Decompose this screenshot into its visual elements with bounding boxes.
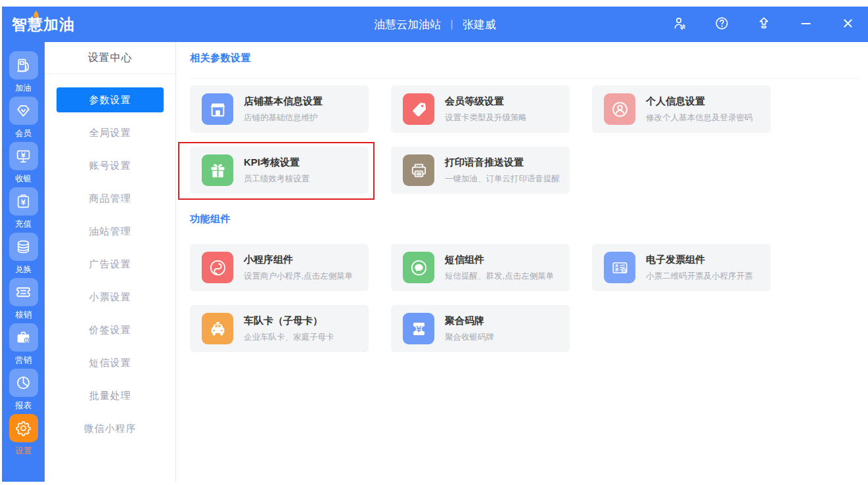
menu-item-product-management[interactable]: 商品管理 xyxy=(45,182,175,215)
sidebar-item-exchange[interactable]: 兑换 xyxy=(2,230,45,275)
app-logo-text: 智慧加油 xyxy=(12,16,75,33)
card-title: 车队卡（子母卡） xyxy=(244,315,334,327)
card-shop-info[interactable]: 店铺基本信息设置 店铺的基础信息维护 xyxy=(190,85,369,133)
menu-item-price-tag-settings[interactable]: 价签设置 xyxy=(45,313,175,346)
card-kpi-assessment[interactable]: KPI考核设置 员工绩效考核设置 xyxy=(190,147,369,194)
help-icon xyxy=(714,16,729,34)
card-text: 店铺基本信息设置 店铺的基础信息维护 xyxy=(244,95,323,124)
close-button[interactable] xyxy=(839,16,856,33)
card-e-invoice[interactable]: 发票验 电子发票组件 小票二维码开票及小程序开票 xyxy=(592,244,771,291)
cashier-monitor-icon xyxy=(9,142,38,170)
card-sms-component[interactable]: 短信组件 短信提醒、群发,点击左侧菜单 xyxy=(391,244,570,291)
section-title: 相关参数设置 xyxy=(190,52,859,64)
screen: 智慧加油 油慧云加油站 | 张建威 加油 会员 xyxy=(0,0,868,485)
submenu-item-label: 价签设置 xyxy=(89,324,131,336)
card-grid: 小程序组件 设置商户小程序,点击左侧菜单 短信组件 短信提醒、群发,点击左侧菜单… xyxy=(190,244,859,352)
main-content: 相关参数设置 店铺基本信息设置 店铺的基础信息维护 会员等级设置 xyxy=(177,42,868,482)
menu-item-global-settings[interactable]: 全局设置 xyxy=(45,116,175,149)
submenu-item-label: 小票设置 xyxy=(89,291,131,304)
miniprogram-icon xyxy=(202,252,233,283)
sms-bubble-icon xyxy=(403,252,434,283)
upgrade-button[interactable] xyxy=(755,16,772,33)
minimize-button[interactable] xyxy=(797,16,814,33)
card-fleet-card[interactable]: 车队卡（子母卡） 企业车队卡、家庭子母卡 xyxy=(190,305,369,352)
primary-sidebar: 加油 会员 收银 充值 兑换 核销 营销 xyxy=(2,42,45,482)
titlebar: 智慧加油 油慧云加油站 | 张建威 xyxy=(2,7,868,42)
sidebar-item-settings[interactable]: 设置 xyxy=(2,411,45,457)
card-miniprogram[interactable]: 小程序组件 设置商户小程序,点击左侧菜单 xyxy=(190,244,369,291)
card-subtitle: 聚合收银码牌 xyxy=(445,332,494,343)
card-subtitle: 修改个人基本信息及登录密码 xyxy=(646,112,753,124)
submenu-item-label: 油站管理 xyxy=(89,225,131,238)
verify-ticket-icon xyxy=(9,278,38,306)
sidebar-item-label: 收银 xyxy=(15,173,32,185)
card-personal-info[interactable]: 个人信息设置 修改个人基本信息及登录密码 xyxy=(592,85,771,133)
report-chart-icon xyxy=(9,369,38,397)
shop-icon xyxy=(202,93,233,125)
menu-item-receipt-settings[interactable]: 小票设置 xyxy=(45,281,175,313)
card-text: 打印语音推送设置 一键加油、订单云打印语音提醒 xyxy=(445,156,560,185)
sidebar-item-report[interactable]: 报表 xyxy=(2,366,45,411)
sidebar-item-fuel[interactable]: 加油 xyxy=(2,49,45,94)
invoice-icon: 发票验 xyxy=(604,252,635,283)
card-text: 会员等级设置 设置卡类型及升级策略 xyxy=(445,95,527,124)
card-title: 店铺基本信息设置 xyxy=(244,95,323,108)
sidebar-item-label: 兑换 xyxy=(15,264,32,275)
card-print-voice[interactable]: 打印语音推送设置 一键加油、订单云打印语音提醒 xyxy=(391,147,570,194)
sidebar-item-label: 充值 xyxy=(15,219,32,230)
submenu-item-label: 全局设置 xyxy=(89,127,131,139)
submenu-item-label: 广告设置 xyxy=(89,258,131,271)
user-name: 张建威 xyxy=(463,17,496,32)
card-title: KPI考核设置 xyxy=(244,156,309,169)
sidebar-item-label: 会员 xyxy=(15,128,32,139)
sidebar-item-cashier[interactable]: 收银 xyxy=(2,139,45,185)
card-title: 个人信息设置 xyxy=(646,95,753,108)
sidebar-item-label: 加油 xyxy=(15,83,32,94)
menu-item-sms-settings[interactable]: 短信设置 xyxy=(45,346,175,379)
card-subtitle: 企业车队卡、家庭子母卡 xyxy=(244,332,334,343)
minimize-icon xyxy=(798,16,813,34)
card-title: 聚合码牌 xyxy=(445,315,494,327)
menu-item-wechat-miniprogram[interactable]: 微信小程序 xyxy=(45,412,175,445)
settings-menu: 设置中心 参数设置 全局设置 账号设置 商品管理 油站管理 广告设置 xyxy=(45,42,176,482)
card-text: 车队卡（子母卡） 企业车队卡、家庭子母卡 xyxy=(244,315,334,343)
menu-item-ad-settings[interactable]: 广告设置 xyxy=(45,248,175,281)
sidebar-item-recharge[interactable]: 充值 xyxy=(2,185,45,230)
menu-item-param-settings[interactable]: 参数设置 xyxy=(57,87,164,112)
card-text: 电子发票组件 小票二维码开票及小程序开票 xyxy=(646,254,753,282)
close-icon xyxy=(840,16,856,34)
card-title: 会员等级设置 xyxy=(445,95,527,108)
card-title: 电子发票组件 xyxy=(646,254,753,266)
submenu-item-label: 参数设置 xyxy=(89,94,131,106)
sidebar-item-label: 报表 xyxy=(15,400,32,411)
help-button[interactable] xyxy=(713,16,730,33)
card-title: 短信组件 xyxy=(445,254,554,266)
station-name: 油慧云加油站 xyxy=(374,17,441,32)
sidebar-item-member[interactable]: 会员 xyxy=(2,94,45,139)
card-text: KPI考核设置 员工绩效考核设置 xyxy=(244,156,309,185)
app-logo: 智慧加油 xyxy=(12,14,75,35)
tag-icon xyxy=(403,93,434,125)
menu-item-account-settings[interactable]: 账号设置 xyxy=(45,149,175,182)
marketing-briefcase-icon xyxy=(9,323,38,352)
card-subtitle: 设置商户小程序,点击左侧菜单 xyxy=(244,271,353,282)
menu-item-batch-processing[interactable]: 批量处理 xyxy=(45,379,175,412)
card-text: 小程序组件 设置商户小程序,点击左侧菜单 xyxy=(244,254,353,282)
submenu-list: 参数设置 全局设置 账号设置 商品管理 油站管理 广告设置 小票设置 价签设置 xyxy=(45,74,175,445)
person-circle-icon xyxy=(604,93,635,125)
gift-icon xyxy=(202,154,233,186)
exchange-coins-icon xyxy=(9,233,38,261)
card-member-level[interactable]: 会员等级设置 设置卡类型及升级策略 xyxy=(391,85,570,133)
sidebar-item-marketing[interactable]: 营销 xyxy=(2,321,45,366)
switch-account-button[interactable] xyxy=(671,16,688,33)
submenu-title: 设置中心 xyxy=(45,42,175,74)
card-subtitle: 员工绩效考核设置 xyxy=(244,173,309,185)
oil-drop-icon xyxy=(32,10,40,20)
card-code-plate[interactable]: 聚合码牌 聚合收银码牌 xyxy=(391,305,570,352)
card-title: 小程序组件 xyxy=(244,254,353,266)
sidebar-item-verify[interactable]: 核销 xyxy=(2,275,45,321)
sidebar-item-label: 营销 xyxy=(15,355,32,366)
settings-gear-icon xyxy=(9,414,38,442)
menu-item-station-management[interactable]: 油站管理 xyxy=(45,215,175,248)
title-separator: | xyxy=(450,18,453,31)
